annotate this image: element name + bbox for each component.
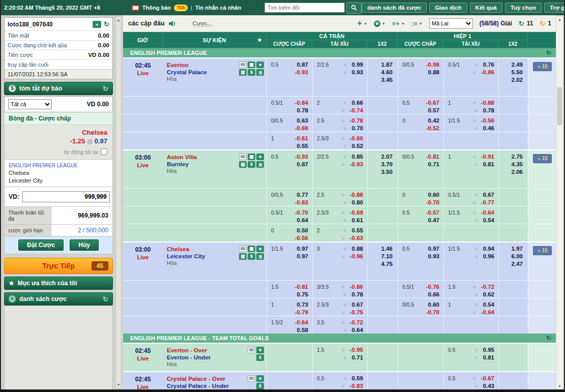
odds-value[interactable]: 0.97	[428, 246, 439, 252]
cancel-bet-button[interactable]: Hủy	[70, 239, 99, 251]
dollar-icon[interactable]	[248, 253, 255, 260]
refresh-icon[interactable]: ↻	[104, 20, 109, 28]
refresh-icon[interactable]: ↻	[546, 335, 551, 342]
odds-value[interactable]: 0.52	[352, 143, 363, 149]
more-markets-button[interactable]: ▼15	[533, 154, 552, 163]
tv-icon[interactable]	[132, 5, 139, 11]
odds-value[interactable]: 4.60	[381, 69, 393, 75]
tv-icon[interactable]	[239, 62, 247, 68]
odds-value[interactable]: -0.76	[426, 284, 439, 290]
odds-value[interactable]: 0.62	[483, 291, 494, 297]
odds-value[interactable]: -0.72	[350, 319, 363, 325]
odds-value[interactable]: 0.55	[352, 227, 363, 233]
odds-value[interactable]: -0.93	[295, 69, 308, 75]
league-header[interactable]: ENGLISH PREMIER LEAGUE - TEAM TOTAL GOAL…	[123, 334, 556, 343]
odds-value[interactable]: 0.78	[297, 107, 308, 113]
odds-value[interactable]: -0.70	[426, 199, 439, 205]
odds-value[interactable]: -0.95	[350, 347, 363, 353]
results-button[interactable]: Kết quả	[470, 3, 502, 13]
odds-value[interactable]: 0.80	[352, 199, 363, 205]
league-count[interactable]: (58/58) Giải	[480, 20, 512, 27]
odds-value[interactable]: 3.70	[381, 161, 393, 167]
odds-value[interactable]: -0.74	[350, 107, 363, 113]
odds-value[interactable]: 0.54	[483, 217, 494, 223]
odds-format-select[interactable]: Mã Lai	[429, 18, 473, 28]
chart-icon[interactable]	[239, 253, 247, 260]
odds-value[interactable]: -0.56	[295, 235, 308, 241]
transactions-button[interactable]: Giao dịch	[429, 3, 467, 13]
odds-value[interactable]: -0.61	[295, 135, 308, 141]
preferences-button[interactable]: Tuỳ chọn	[505, 3, 542, 13]
refresh-timer-orange[interactable]: ↻1	[540, 20, 551, 27]
odds-value[interactable]: 0.60	[428, 301, 439, 308]
odds-value[interactable]: 0.88	[428, 69, 439, 75]
odds-value[interactable]: 0.67	[483, 192, 494, 198]
odds-value[interactable]: 0.78	[352, 291, 363, 297]
view-mode-button[interactable]: :≡▼	[411, 20, 423, 27]
odds-value[interactable]: 0.64	[352, 327, 363, 333]
sort-button[interactable]: ≡+▼	[392, 20, 405, 27]
odds-value[interactable]: -0.56	[481, 117, 494, 124]
odds-value[interactable]: 3.45	[381, 77, 393, 83]
odds-value[interactable]: 0.59	[352, 375, 363, 381]
bet-list-button[interactable]: danh sách đã cược	[362, 3, 427, 13]
odds-value[interactable]: -0.96	[350, 253, 363, 259]
odds-value[interactable]: 0.61	[352, 217, 363, 223]
star-icon[interactable]	[256, 246, 264, 252]
odds-value[interactable]: -0.60	[350, 135, 363, 141]
odds-value[interactable]: 2.07	[381, 154, 393, 160]
odds-value[interactable]: 4.35	[512, 161, 523, 167]
odds-value[interactable]: 0.43	[483, 383, 494, 389]
odds-value[interactable]: -0.78	[350, 117, 363, 124]
star-icon[interactable]: ★	[257, 37, 262, 43]
odds-value[interactable]: -0.93	[295, 154, 308, 160]
odds-value[interactable]: -0.79	[295, 309, 308, 315]
odds-value[interactable]: 0.88	[352, 246, 363, 252]
odds-value[interactable]: -0.83	[350, 383, 363, 389]
forecast-header[interactable]: $ tóm tắt dự báo ↻	[4, 82, 113, 95]
odds-value[interactable]: 0.46	[483, 125, 494, 131]
odds-value[interactable]: 6.00	[512, 253, 523, 259]
odds-value[interactable]: 3.50	[381, 169, 393, 175]
tv-icon[interactable]	[248, 375, 255, 382]
odds-value[interactable]: -0.64	[481, 309, 494, 315]
odds-value[interactable]: 0.42	[428, 117, 439, 124]
odds-value[interactable]: 0.50	[297, 227, 308, 233]
odds-value[interactable]: -0.88	[350, 192, 363, 198]
refresh-icon[interactable]: ↻	[103, 295, 108, 303]
odds-value[interactable]: -0.91	[481, 154, 494, 160]
odds-value[interactable]: 0.77	[297, 192, 308, 198]
dollar-icon[interactable]	[256, 354, 264, 361]
grid-icon[interactable]	[248, 154, 255, 160]
odds-value[interactable]: 0.75	[297, 291, 308, 297]
odds-value[interactable]: -0.69	[350, 209, 363, 216]
odds-value[interactable]: -0.69	[295, 125, 308, 131]
chart-icon[interactable]	[239, 69, 247, 76]
scroll-up-icon[interactable]: ▲	[116, 18, 121, 22]
odds-value[interactable]: 0.57	[428, 107, 439, 113]
stake-input[interactable]	[22, 191, 110, 202]
odds-value[interactable]: -0.70	[295, 209, 308, 216]
odds-value[interactable]: 0.94	[483, 246, 494, 252]
odds-value[interactable]: 7.10	[381, 253, 393, 259]
odds-value[interactable]: 0.55	[297, 143, 308, 149]
grid-icon[interactable]	[248, 246, 255, 252]
dollar-icon[interactable]	[248, 69, 255, 76]
live-button[interactable]: Trực Tiếp 45	[4, 258, 113, 274]
odds-value[interactable]: 0.97	[297, 253, 308, 259]
odds-value[interactable]: -0.81	[426, 154, 439, 160]
odds-value[interactable]: -0.88	[481, 100, 494, 106]
odds-value[interactable]: -0.83	[295, 199, 308, 205]
odds-value[interactable]: 2.02	[512, 77, 523, 83]
scrollbar-thumb[interactable]	[557, 87, 562, 125]
odds-value[interactable]: 0.67	[352, 301, 363, 308]
odds-value[interactable]: 2.47	[512, 261, 523, 267]
scroll-up-icon[interactable]: ▲	[556, 18, 563, 21]
odds-value[interactable]: 0.78	[483, 107, 494, 113]
collapse-button[interactable]: ▲	[93, 21, 101, 28]
odds-value[interactable]: 5.50	[512, 69, 523, 75]
odds-value[interactable]: 0.58	[297, 327, 308, 333]
search-input[interactable]	[264, 3, 345, 13]
star-icon[interactable]	[256, 62, 264, 68]
odds-value[interactable]: 0.87	[297, 62, 308, 68]
